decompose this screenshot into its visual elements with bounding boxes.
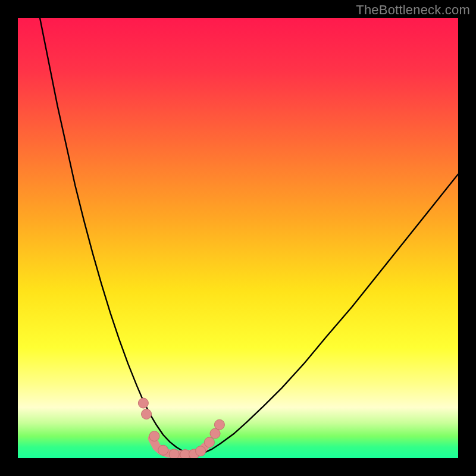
data-marker [158, 445, 168, 455]
left-curve [40, 18, 196, 455]
data-marker [204, 437, 214, 447]
data-marker [214, 419, 224, 430]
right-curve [196, 174, 458, 455]
data-marker [196, 446, 206, 456]
data-marker [149, 431, 159, 441]
plot-area [18, 18, 458, 458]
data-marker [138, 398, 148, 408]
curves-layer [18, 18, 458, 458]
data-marker [169, 449, 179, 458]
watermark-text: TheBottleneck.com [356, 2, 470, 18]
data-marker [142, 409, 152, 419]
chart-frame: TheBottleneck.com [0, 0, 476, 476]
